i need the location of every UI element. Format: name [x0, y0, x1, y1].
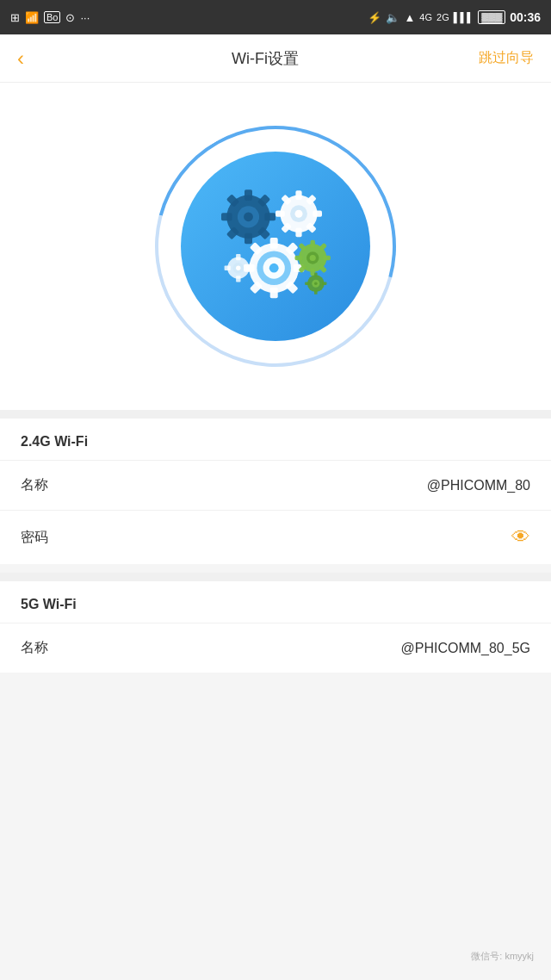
wifi-24g-section: 2.4G Wi-Fi 名称 @PHICOMM_80 密码 👁 [0, 419, 551, 564]
svg-rect-17 [276, 211, 285, 217]
svg-rect-51 [225, 266, 231, 270]
wifi-5g-name-value: @PHICOMM_80_5G [400, 641, 530, 656]
wifi-24g-password-label: 密码 [21, 529, 48, 547]
nav-bar: ‹ Wi-Fi设置 跳过向导 [0, 34, 551, 83]
more-icon: ··· [80, 11, 90, 24]
skip-wizard-button[interactable]: 跳过向导 [479, 49, 534, 67]
svg-rect-40 [295, 256, 303, 260]
svg-point-25 [269, 264, 279, 273]
svg-rect-48 [236, 254, 240, 260]
svg-rect-14 [295, 190, 301, 200]
svg-point-36 [310, 255, 316, 261]
password-toggle-icon[interactable]: 👁 [511, 526, 530, 549]
svg-rect-56 [314, 289, 318, 294]
svg-rect-57 [322, 282, 326, 285]
hd-icon: Bo [44, 11, 60, 23]
gears-svg [198, 169, 353, 324]
wifi-24g-name-row: 名称 @PHICOMM_80 [0, 461, 551, 511]
svg-rect-15 [295, 227, 301, 237]
battery-icon: ▓▓▓ [478, 10, 505, 24]
signal-bars-icon: ▌▌▌ [454, 12, 474, 22]
wifi-24g-name-value: @PHICOMM_80 [427, 478, 530, 493]
watermark: 微信号: kmyykj [471, 950, 534, 963]
cloud-right-decoration [482, 109, 551, 147]
svg-rect-26 [270, 238, 278, 249]
svg-rect-16 [313, 211, 322, 217]
svg-rect-58 [305, 282, 309, 285]
wifi-5g-name-row: 名称 @PHICOMM_80_5G [0, 623, 551, 673]
svg-rect-49 [236, 276, 240, 282]
blue-circle-bg [181, 152, 370, 341]
record-icon: ⊙ [65, 11, 75, 24]
wifi-24g-name-label: 名称 [21, 476, 48, 494]
4g-label: 4G [419, 12, 432, 22]
gallery-icon: ⊞ [10, 11, 20, 24]
svg-point-13 [295, 210, 303, 218]
signal-icon: 📶 [25, 11, 39, 24]
svg-rect-4 [245, 233, 252, 245]
cloud-left-decoration [0, 134, 86, 186]
svg-rect-27 [270, 288, 278, 299]
hero-area [0, 83, 551, 410]
wifi-5g-section: 5G Wi-Fi 名称 @PHICOMM_80_5G [0, 581, 551, 673]
back-button[interactable]: ‹ [17, 47, 52, 71]
svg-rect-5 [264, 213, 276, 220]
wifi-icon: ▲ [404, 11, 415, 24]
svg-point-47 [236, 266, 240, 270]
svg-rect-55 [314, 273, 318, 277]
status-bar-right: ⚡ 🔈 ▲ 4G 2G ▌▌▌ ▓▓▓ 00:36 [368, 10, 541, 24]
page-title: Wi-Fi设置 [232, 48, 299, 69]
svg-rect-6 [221, 213, 232, 220]
2g-label: 2G [436, 12, 449, 22]
section-separator-2 [0, 573, 551, 581]
status-bar-left: ⊞ 📶 Bo ⊙ ··· [10, 11, 90, 24]
svg-rect-3 [245, 189, 252, 201]
bluetooth-icon: ⚡ [368, 11, 381, 24]
svg-point-2 [244, 212, 253, 221]
svg-point-54 [314, 282, 318, 285]
status-bar: ⊞ 📶 Bo ⊙ ··· ⚡ 🔈 ▲ 4G 2G ▌▌▌ ▓▓▓ 00:36 [0, 0, 551, 34]
volume-icon: 🔈 [386, 11, 399, 24]
gear-illustration [155, 126, 396, 367]
svg-rect-50 [246, 266, 252, 270]
svg-rect-39 [323, 256, 331, 260]
wifi-24g-header: 2.4G Wi-Fi [0, 419, 551, 461]
time-display: 00:36 [510, 10, 541, 24]
wifi-24g-password-row: 密码 👁 [0, 511, 551, 564]
wifi-5g-name-label: 名称 [21, 639, 48, 657]
svg-rect-37 [311, 240, 315, 248]
section-separator-1 [0, 410, 551, 419]
wifi-5g-header: 5G Wi-Fi [0, 581, 551, 623]
